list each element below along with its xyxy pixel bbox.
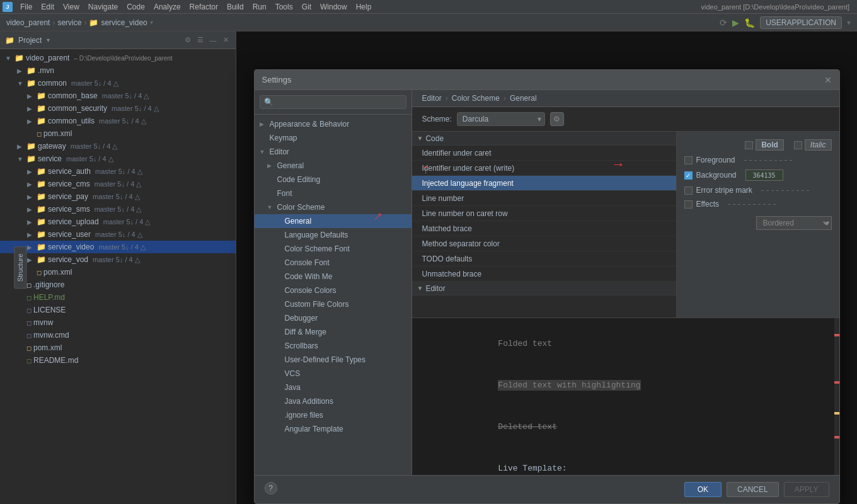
tree-mvn[interactable]: ▶ 📁 .mvn bbox=[0, 64, 236, 77]
menu-tools[interactable]: Tools bbox=[272, 1, 297, 13]
structure-tab[interactable]: Structure bbox=[14, 247, 26, 289]
settings-java[interactable]: Java bbox=[255, 381, 411, 394]
minimize-icon[interactable]: — bbox=[208, 35, 218, 45]
tree-svc-sms[interactable]: ▶ 📁 service_sms master 5↓ / 4 △ bbox=[0, 203, 236, 215]
effects-checkbox[interactable] bbox=[684, 200, 693, 209]
settings-vcs[interactable]: VCS bbox=[255, 367, 411, 381]
foreground-checkbox[interactable] bbox=[684, 156, 693, 164]
menu-file[interactable]: File bbox=[16, 1, 36, 13]
dialog-close-button[interactable]: ✕ bbox=[824, 76, 832, 84]
tree-root[interactable]: ▼ 📁 video_parent – D:\Develop\IdeaPro\vi… bbox=[0, 52, 236, 64]
user-app-label[interactable]: USERAPPLICATION bbox=[760, 16, 842, 29]
menu-window[interactable]: Window bbox=[316, 1, 351, 13]
code-item-injected[interactable]: Injected language fragment bbox=[412, 176, 676, 191]
settings-code-editing[interactable]: Code Editing bbox=[255, 173, 411, 186]
tree-svc-cms[interactable]: ▶ 📁 service_cms master 5↓ / 4 △ bbox=[0, 178, 236, 190]
run-icon[interactable]: ▶ bbox=[732, 18, 739, 28]
tree-common[interactable]: ▼ 📁 common master 5↓ / 4 △ bbox=[0, 77, 236, 89]
code-section-header[interactable]: ▼ Code bbox=[412, 132, 676, 146]
settings-custom-file-colors[interactable]: Custom File Colors bbox=[255, 297, 411, 311]
update-icon[interactable]: ⟳ bbox=[720, 18, 727, 28]
bordered-select[interactable]: Bordered bbox=[756, 216, 832, 230]
tree-svc-upload[interactable]: ▶ 📁 service_upload master 5↓ / 4 △ bbox=[0, 215, 236, 228]
menu-view[interactable]: View bbox=[59, 1, 83, 13]
code-item-line-caret[interactable]: Line number on caret row bbox=[412, 206, 676, 221]
tree-common-security[interactable]: ▶ 📁 common_security master 5↓ / 4 △ bbox=[0, 102, 236, 115]
menu-edit[interactable]: Edit bbox=[37, 1, 58, 13]
tree-pom-root[interactable]: ◻ pom.xml bbox=[0, 341, 236, 354]
menu-git[interactable]: Git bbox=[298, 1, 315, 13]
menu-run[interactable]: Run bbox=[249, 1, 270, 13]
panel-arrow[interactable]: ▾ bbox=[47, 37, 50, 43]
italic-checkbox[interactable] bbox=[794, 141, 802, 149]
gear-icon[interactable]: ⚙ bbox=[183, 35, 193, 45]
error-stripe-checkbox[interactable] bbox=[684, 186, 693, 195]
tree-mvnw[interactable]: ◻ mvnw bbox=[0, 316, 236, 329]
tree-svc-vod[interactable]: ▶ 📁 service_vod master 5↓ / 4 △ bbox=[0, 253, 236, 266]
bc-editor[interactable]: Editor bbox=[422, 94, 442, 103]
settings-diff-merge[interactable]: Diff & Merge bbox=[255, 325, 411, 339]
settings-angular[interactable]: Angular Template bbox=[255, 422, 411, 436]
settings-editor[interactable]: ▼ Editor bbox=[255, 145, 411, 159]
settings-search-input[interactable] bbox=[260, 95, 406, 109]
tree-pom2[interactable]: ◻ pom.xml bbox=[0, 266, 236, 278]
tree-svc-auth[interactable]: ▶ 📁 service_auth master 5↓ / 4 △ bbox=[0, 165, 236, 178]
tree-readme[interactable]: ◻ README.md bbox=[0, 354, 236, 367]
settings-java-additions[interactable]: Java Additions bbox=[255, 394, 411, 408]
background-checkbox[interactable]: ✓ bbox=[684, 171, 693, 180]
menu-build[interactable]: Build bbox=[223, 1, 248, 13]
tree-gitignore[interactable]: ◻ .gitignore bbox=[0, 278, 236, 291]
code-item-identifier[interactable]: Identifier under caret bbox=[412, 146, 676, 161]
apply-button[interactable]: APPLY bbox=[784, 482, 829, 497]
settings-ignore-files[interactable]: .ignore files bbox=[255, 408, 411, 422]
settings-lang-defaults[interactable]: Language Defaults bbox=[255, 228, 411, 242]
tree-svc-pay[interactable]: ▶ 📁 service_pay master 5↓ / 4 △ bbox=[0, 190, 236, 203]
settings-cs-general[interactable]: General bbox=[255, 214, 411, 228]
background-color-swatch[interactable]: 364135 bbox=[745, 169, 783, 181]
tree-license[interactable]: ◻ LICENSE bbox=[0, 304, 236, 316]
editor-section-header[interactable]: ▼ Editor bbox=[412, 282, 676, 295]
debug-icon[interactable]: 🐛 bbox=[744, 18, 755, 28]
settings-code-with-me[interactable]: Code With Me bbox=[255, 270, 411, 284]
tree-svc-video[interactable]: ▶ 📁 service_video master 5↓ / 4 △ bbox=[0, 241, 236, 253]
settings-color-scheme[interactable]: ▼ Color Scheme bbox=[255, 200, 411, 214]
settings-cs-font[interactable]: Color Scheme Font bbox=[255, 242, 411, 256]
tree-common-utils[interactable]: ▶ 📁 common_utils master 5↓ / 4 △ bbox=[0, 115, 236, 127]
user-app-arrow[interactable]: ▾ bbox=[847, 18, 851, 27]
cancel-button[interactable]: CANCEL bbox=[727, 482, 779, 497]
code-item-line-number[interactable]: Line number bbox=[412, 191, 676, 206]
preview-scrollbar[interactable] bbox=[834, 318, 839, 475]
scheme-select[interactable]: Darcula bbox=[457, 112, 545, 126]
breadcrumb-root[interactable]: video_parent bbox=[6, 18, 50, 27]
tree-svc-user[interactable]: ▶ 📁 service_user master 5↓ / 4 △ bbox=[0, 228, 236, 241]
breadcrumb-service[interactable]: service bbox=[57, 18, 81, 27]
tree-mvnwcmd[interactable]: ◻ mvnw.cmd bbox=[0, 329, 236, 341]
code-item-todo[interactable]: TODO defaults bbox=[412, 251, 676, 266]
settings-console-font[interactable]: Console Font bbox=[255, 256, 411, 270]
code-item-unmatched[interactable]: Unmatched brace bbox=[412, 266, 676, 282]
bc-color-scheme[interactable]: Color Scheme bbox=[452, 94, 500, 103]
settings-keymap[interactable]: Keymap bbox=[255, 131, 411, 145]
settings-general[interactable]: ▶ General bbox=[255, 159, 411, 173]
bold-checkbox[interactable] bbox=[745, 141, 753, 149]
settings-scrollbars[interactable]: Scrollbars bbox=[255, 339, 411, 353]
menu-analyze[interactable]: Analyze bbox=[150, 1, 185, 13]
settings-console-colors[interactable]: Console Colors bbox=[255, 284, 411, 297]
menu-code[interactable]: Code bbox=[123, 1, 149, 13]
close-icon[interactable]: ✕ bbox=[221, 35, 231, 45]
tree-common-base[interactable]: ▶ 📁 common_base master 5↓ / 4 △ bbox=[0, 89, 236, 102]
layout-icon[interactable]: ☰ bbox=[195, 35, 205, 45]
menu-help[interactable]: Help bbox=[352, 1, 376, 13]
code-item-method-sep[interactable]: Method separator color bbox=[412, 236, 676, 251]
help-button[interactable]: ? bbox=[265, 482, 277, 495]
code-item-identifier-write[interactable]: Identifier under caret (write) bbox=[412, 161, 676, 176]
tree-helpmd[interactable]: ◻ HELP.md bbox=[0, 291, 236, 304]
settings-font[interactable]: Font bbox=[255, 186, 411, 200]
breadcrumb-video[interactable]: 📁 service_video ▾ bbox=[89, 18, 152, 27]
scheme-gear-button[interactable]: ⚙ bbox=[550, 112, 564, 126]
settings-debugger[interactable]: Debugger bbox=[255, 311, 411, 325]
code-item-matched-brace[interactable]: Matched brace bbox=[412, 221, 676, 236]
menu-navigate[interactable]: Navigate bbox=[84, 1, 122, 13]
tree-pom1[interactable]: ◻ pom.xml bbox=[0, 127, 236, 140]
ok-button[interactable]: OK bbox=[684, 482, 722, 497]
